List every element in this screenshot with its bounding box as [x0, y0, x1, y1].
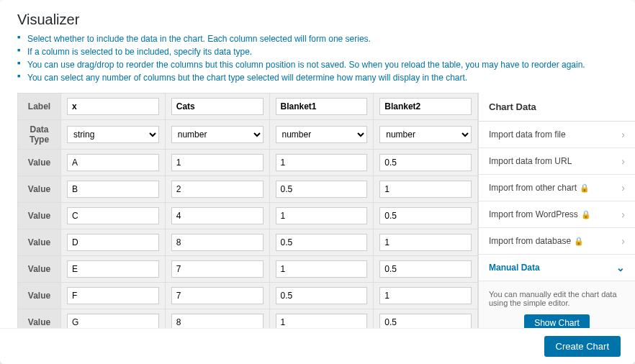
- cell-input[interactable]: [67, 181, 159, 198]
- cell-input[interactable]: [379, 154, 472, 171]
- cell-input[interactable]: [67, 154, 159, 171]
- accordion-item[interactable]: Import from WordPress🔒›: [479, 201, 635, 228]
- data-table-wrap: LabelData Typestringnumberstringnumberst…: [0, 93, 478, 363]
- cell-input[interactable]: [379, 234, 472, 251]
- accordion-label: Import data from file: [489, 129, 566, 140]
- accordion-label: Import data from URL: [489, 156, 572, 166]
- lock-icon: 🔒: [581, 210, 591, 219]
- type-header: Data Type: [18, 120, 61, 150]
- column-type-select[interactable]: stringnumber: [379, 126, 472, 143]
- accordion-label: Manual Data: [489, 263, 540, 273]
- cell-input[interactable]: [67, 234, 159, 251]
- column-type-select[interactable]: stringnumber: [276, 126, 368, 143]
- cell-input[interactable]: [276, 154, 368, 171]
- chevron-down-icon: ⌄: [616, 262, 625, 273]
- cell-input[interactable]: [67, 260, 159, 278]
- sidebar: Chart Data Import data from file›Import …: [478, 93, 635, 363]
- cell-input[interactable]: [276, 260, 368, 278]
- cell-input[interactable]: [67, 287, 159, 304]
- cell-input[interactable]: [171, 234, 264, 251]
- cell-input[interactable]: [379, 207, 472, 224]
- accordion-item[interactable]: Import from other chart🔒›: [479, 175, 635, 201]
- chevron-right-icon: ›: [621, 155, 625, 167]
- footer: Create Chart: [0, 328, 635, 364]
- cell-input[interactable]: [171, 154, 264, 171]
- value-header: Value: [18, 203, 61, 229]
- sidebar-heading: Chart Data: [479, 93, 635, 122]
- cell-input[interactable]: [379, 181, 472, 198]
- instruction-item: Select whether to include the data in th…: [17, 34, 618, 44]
- page-title: Visualizer: [17, 12, 618, 28]
- chevron-right-icon: ›: [621, 209, 625, 220]
- cell-input[interactable]: [171, 207, 264, 224]
- create-chart-button[interactable]: Create Chart: [544, 336, 621, 357]
- cell-input[interactable]: [276, 234, 368, 251]
- cell-input[interactable]: [276, 181, 368, 198]
- column-type-select[interactable]: stringnumber: [67, 126, 159, 143]
- column-type-select[interactable]: stringnumber: [171, 126, 264, 143]
- instruction-item: You can select any number of columns but…: [17, 73, 618, 83]
- column-label-input[interactable]: [379, 98, 472, 115]
- cell-input[interactable]: [67, 207, 159, 224]
- instruction-item: If a column is selected to be included, …: [17, 47, 618, 57]
- cell-input[interactable]: [276, 207, 368, 224]
- cell-input[interactable]: [171, 181, 264, 198]
- chevron-right-icon: ›: [621, 129, 625, 140]
- cell-input[interactable]: [276, 287, 368, 304]
- label-header: Label: [18, 94, 61, 120]
- manual-data-text: You can manually edit the chart data usi…: [489, 290, 625, 307]
- value-header: Value: [18, 256, 61, 283]
- column-label-input[interactable]: [276, 98, 368, 115]
- value-header: Value: [18, 176, 61, 203]
- value-header: Value: [18, 283, 61, 309]
- data-table: LabelData Typestringnumberstringnumberst…: [17, 93, 478, 336]
- accordion-item[interactable]: Import from database🔒›: [479, 228, 635, 255]
- lock-icon: 🔒: [580, 183, 590, 193]
- instruction-list: Select whether to include the data in th…: [17, 34, 618, 83]
- accordion-manual-data[interactable]: Manual Data ⌄: [479, 255, 635, 281]
- lock-icon: 🔒: [574, 237, 584, 246]
- column-label-input[interactable]: [171, 98, 264, 115]
- cell-input[interactable]: [379, 260, 472, 278]
- cell-input[interactable]: [379, 287, 472, 304]
- instruction-item: You can use drag/drop to reorder the col…: [17, 60, 618, 70]
- accordion-label: Import from database: [489, 236, 571, 246]
- value-header: Value: [18, 150, 61, 176]
- accordion-label: Import from WordPress: [489, 209, 578, 219]
- accordion-item[interactable]: Import data from URL›: [479, 148, 635, 175]
- chevron-right-icon: ›: [621, 182, 625, 194]
- value-header: Value: [18, 229, 61, 256]
- chevron-right-icon: ›: [621, 235, 625, 247]
- cell-input[interactable]: [171, 260, 264, 278]
- accordion-label: Import from other chart: [489, 183, 577, 193]
- column-label-input[interactable]: [67, 98, 159, 115]
- cell-input[interactable]: [171, 287, 264, 304]
- accordion-item[interactable]: Import data from file›: [479, 122, 635, 148]
